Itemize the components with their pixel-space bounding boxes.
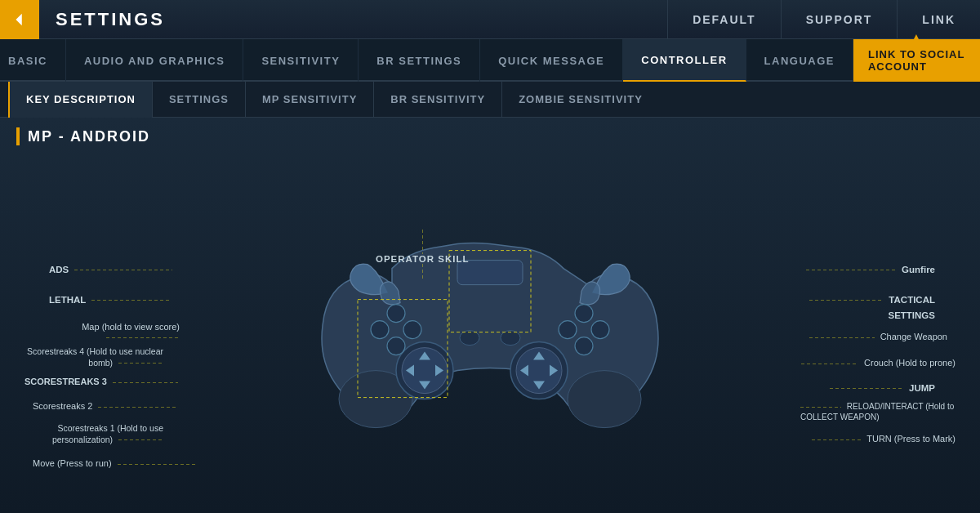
tab-basic[interactable]: BASIC (0, 39, 66, 82)
svg-point-18 (575, 305, 593, 323)
link-button[interactable]: LINK (897, 0, 980, 39)
svg-point-21 (575, 337, 593, 355)
label-jump: JUMP (830, 383, 935, 393)
sub-tab-br-sensitivity[interactable]: BR Sensitivity (374, 82, 502, 118)
default-button[interactable]: DEFAULT (667, 0, 781, 39)
label-lethal: LETHAL (49, 295, 169, 305)
sub-tab-zombie-sensitivity[interactable]: ZOMBIE Sensitivity (502, 82, 659, 118)
svg-point-25 (387, 337, 405, 355)
tab-link-social[interactable]: LINK TO SOCIAL ACCOUNT (853, 39, 980, 82)
section-header: MP - ANDROID (0, 118, 980, 152)
sub-tab-settings[interactable]: SETTINGS (153, 82, 246, 118)
section-title-bar (16, 127, 20, 145)
svg-point-16 (460, 331, 479, 346)
svg-point-19 (591, 321, 609, 339)
label-turn: TURN (Press to Mark) (812, 434, 956, 444)
page-title: SETTINGS (39, 9, 181, 30)
svg-point-20 (559, 321, 577, 339)
tab-audio-graphics[interactable]: AUDIO AND GRAPHICS (66, 39, 243, 82)
svg-point-22 (387, 305, 405, 323)
label-reload: RELOAD/INTERACT (Hold to COLLECT WEAPON) (800, 401, 956, 422)
svg-point-23 (403, 321, 421, 339)
tabs-row: BASIC AUDIO AND GRAPHICS SENSITIVITY BR … (0, 39, 980, 82)
controller-svg (310, 220, 670, 457)
tab-quick-message[interactable]: QUICK MESSAGE (480, 39, 623, 82)
label-ads: ADS (49, 265, 172, 274)
label-scorestreaks1: Scorestreaks 1 (Hold to use personalizat… (4, 423, 163, 445)
label-tactical: TACTICAL (809, 295, 935, 305)
label-scorestreaks2: Scorestreaks 2 (33, 401, 176, 411)
controller-diagram: ADS LETHAL Map (hold to view score) Scor… (0, 152, 980, 505)
sub-tab-key-description[interactable]: KEY DESCRIPTION (8, 82, 153, 118)
label-crouch: Crouch (Hold to prone) (801, 358, 956, 368)
label-change-weapon: Change Weapon (809, 332, 947, 341)
label-scorestreaks4: Scorestreaks 4 (Hold to use nuclear bomb… (4, 346, 163, 368)
label-ctrl-settings: SETTINGS (888, 310, 935, 320)
section-title-text: MP - ANDROID (28, 128, 150, 145)
page-wrapper: SETTINGS DEFAULT SUPPORT LINK BASIC AUDI… (0, 0, 980, 513)
sub-tab-mp-sensitivity[interactable]: MP Sensitivity (246, 82, 374, 118)
label-scorestreaks3: SCORESTREAKS 3 (24, 377, 178, 386)
svg-point-2 (568, 371, 641, 428)
tab-language[interactable]: LANGUAGE (746, 39, 853, 82)
tab-controller[interactable]: CONTROLLER (623, 39, 746, 82)
svg-point-24 (371, 321, 389, 339)
label-map: Map (hold to view score) (16, 322, 180, 341)
svg-point-17 (501, 331, 520, 346)
label-operator-skill: OPERATOR SKILL (376, 230, 470, 280)
top-bar: SETTINGS DEFAULT SUPPORT LINK (0, 0, 980, 39)
sub-tabs-row: KEY DESCRIPTION SETTINGS MP Sensitivity … (0, 82, 980, 118)
svg-marker-0 (16, 13, 21, 25)
support-button[interactable]: SUPPORT (781, 0, 898, 39)
back-button[interactable] (0, 0, 39, 39)
label-move: Move (Press to run) (33, 458, 195, 468)
label-gunfire: Gunfire (806, 265, 935, 274)
tab-sensitivity[interactable]: SENSITIVITY (243, 39, 359, 82)
tab-br-settings[interactable]: BR SETTINGS (359, 39, 480, 82)
top-right-buttons: DEFAULT SUPPORT LINK (667, 0, 980, 39)
content-area: MP - ANDROID (0, 118, 980, 513)
